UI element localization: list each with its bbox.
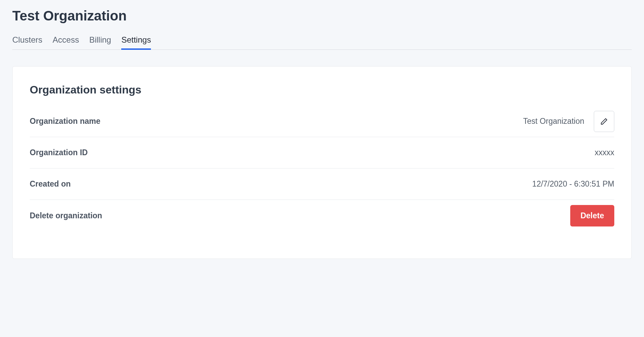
created-on-label: Created on <box>30 179 71 189</box>
org-id-value-group: xxxxx <box>595 148 615 157</box>
org-name-value-group: Test Organization <box>523 111 614 132</box>
delete-org-label: Delete organization <box>30 211 102 220</box>
tab-billing[interactable]: Billing <box>89 32 111 49</box>
org-name-label: Organization name <box>30 117 100 126</box>
org-name-value: Test Organization <box>523 117 584 126</box>
page-container: Test Organization Clusters Access Billin… <box>0 0 644 259</box>
pencil-icon <box>600 118 608 125</box>
page-title: Test Organization <box>12 8 632 24</box>
org-id-label: Organization ID <box>30 148 88 157</box>
tabs-bar: Clusters Access Billing Settings <box>12 32 632 50</box>
row-org-name: Organization name Test Organization <box>30 106 614 137</box>
delete-org-button[interactable]: Delete <box>570 205 614 226</box>
edit-org-name-button[interactable] <box>594 111 614 132</box>
settings-card: Organization settings Organization name … <box>12 66 632 259</box>
row-created-on: Created on 12/7/2020 - 6:30:51 PM <box>30 168 614 200</box>
tab-access[interactable]: Access <box>53 32 79 49</box>
tab-settings[interactable]: Settings <box>121 32 151 49</box>
org-id-value: xxxxx <box>595 148 615 157</box>
row-org-id: Organization ID xxxxx <box>30 137 614 168</box>
created-on-value: 12/7/2020 - 6:30:51 PM <box>532 179 614 189</box>
row-delete-org: Delete organization Delete <box>30 200 614 231</box>
tab-clusters[interactable]: Clusters <box>12 32 42 49</box>
created-on-value-group: 12/7/2020 - 6:30:51 PM <box>532 179 614 189</box>
delete-org-value-group: Delete <box>570 205 614 226</box>
settings-heading: Organization settings <box>30 84 614 96</box>
